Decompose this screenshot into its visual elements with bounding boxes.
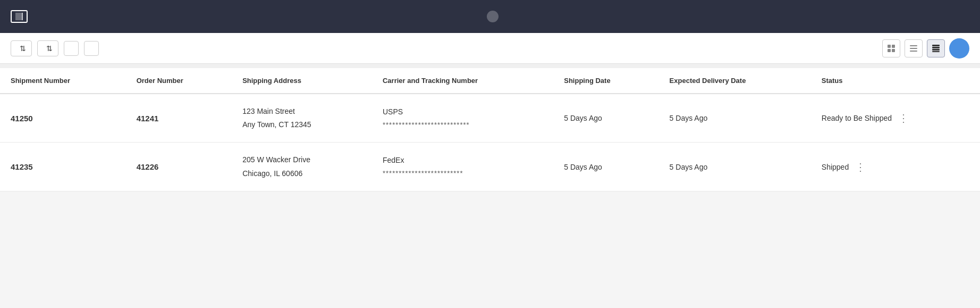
filter-select[interactable]: ⇅	[11, 40, 32, 56]
grid-view-button[interactable]	[882, 39, 900, 57]
shipments-table: Shipment Number Order Number Shipping Ad…	[0, 68, 980, 192]
carrier-tracking-cell: USPS ***************************	[372, 94, 553, 143]
shipping-date: 5 Days Ago	[564, 163, 602, 171]
more-options-button[interactable]: ⋮	[855, 161, 866, 173]
svg-rect-7	[932, 45, 940, 46]
status-wrapper: Ready to Be Shipped ⋮	[822, 112, 969, 124]
shipping-address-cell: 123 Main Street Any Town, CT 12345	[232, 94, 372, 143]
tracking-number: ***************************	[383, 119, 543, 131]
status-wrapper: Shipped ⋮	[822, 161, 969, 173]
header-title-wrapper	[481, 11, 499, 22]
table-view-button[interactable]	[927, 39, 945, 57]
col-expected-delivery: Expected Delivery Date	[659, 68, 811, 94]
address-line2: Chicago, IL 60606	[242, 167, 361, 180]
shipment-number-cell: 41250	[0, 94, 126, 143]
sort-arrow-icon: ⇅	[46, 44, 53, 53]
svg-rect-4	[910, 45, 917, 46]
sort-ascending-button[interactable]	[64, 41, 79, 56]
list-view-button[interactable]	[905, 39, 923, 57]
sidebar-toggle-button[interactable]	[11, 10, 28, 23]
sort-descending-button[interactable]	[84, 41, 99, 56]
carrier-name: FedEx	[383, 154, 543, 167]
more-options-button[interactable]: ⋮	[898, 112, 909, 124]
svg-rect-9	[932, 49, 940, 51]
table-header-row: Shipment Number Order Number Shipping Ad…	[0, 68, 980, 94]
shipping-address-cell: 205 W Wacker Drive Chicago, IL 60606	[232, 143, 372, 191]
add-shipment-button[interactable]	[949, 38, 969, 59]
svg-rect-1	[892, 45, 895, 48]
table-view-icon	[932, 44, 940, 53]
expected-delivery-cell: 5 Days Ago	[659, 143, 811, 191]
address-line1: 123 Main Street	[242, 105, 361, 118]
col-order-number: Order Number	[126, 68, 232, 94]
svg-rect-6	[910, 51, 917, 52]
svg-rect-5	[910, 48, 917, 49]
shipments-table-container: Shipment Number Order Number Shipping Ad…	[0, 68, 980, 192]
list-view-icon	[909, 44, 918, 53]
carrier-name: USPS	[383, 105, 543, 119]
shipping-date-cell: 5 Days Ago	[553, 94, 658, 143]
col-shipping-date: Shipping Date	[553, 68, 658, 94]
order-number-cell: 41241	[126, 94, 232, 143]
carrier-tracking-cell: FedEx *************************	[372, 143, 553, 191]
order-number: 41226	[137, 162, 159, 171]
table-header: Shipment Number Order Number Shipping Ad…	[0, 68, 980, 94]
header	[0, 0, 980, 33]
col-status: Status	[811, 68, 980, 94]
toolbar: ⇅ ⇅	[0, 33, 980, 64]
col-shipment-number: Shipment Number	[0, 68, 126, 94]
status-cell: Shipped ⋮	[811, 143, 980, 191]
svg-rect-0	[888, 45, 891, 48]
col-carrier-tracking: Carrier and Tracking Number	[372, 68, 553, 94]
toolbar-right	[882, 38, 969, 59]
shipping-date-cell: 5 Days Ago	[553, 143, 658, 191]
filter-arrow-icon: ⇅	[20, 44, 26, 53]
status-text: Shipped	[822, 163, 849, 171]
separator	[0, 64, 980, 68]
sort-select[interactable]: ⇅	[37, 40, 58, 56]
expected-delivery-cell: 5 Days Ago	[659, 94, 811, 143]
shipment-number: 41235	[11, 162, 33, 171]
address-line2: Any Town, CT 12345	[242, 118, 361, 131]
col-shipping-address: Shipping Address	[232, 68, 372, 94]
status-cell: Ready to Be Shipped ⋮	[811, 94, 980, 143]
svg-rect-3	[892, 49, 895, 52]
tracking-number: *************************	[383, 167, 543, 179]
order-number-cell: 41226	[126, 143, 232, 191]
shipment-number-cell: 41235	[0, 143, 126, 191]
svg-rect-8	[932, 47, 940, 48]
table-body: 41250 41241 123 Main Street Any Town, CT…	[0, 94, 980, 191]
help-icon[interactable]	[487, 11, 499, 22]
expected-delivery-date: 5 Days Ago	[670, 163, 708, 171]
status-text: Ready to Be Shipped	[822, 114, 892, 122]
svg-rect-10	[932, 51, 940, 52]
expected-delivery-date: 5 Days Ago	[670, 114, 708, 122]
sidebar-toggle-icon	[15, 13, 23, 20]
svg-rect-2	[888, 49, 891, 52]
shipping-date: 5 Days Ago	[564, 114, 602, 122]
order-number: 41241	[137, 114, 159, 123]
grid-view-icon	[887, 44, 895, 53]
table-row: 41250 41241 123 Main Street Any Town, CT…	[0, 94, 980, 143]
shipment-number: 41250	[11, 114, 33, 123]
toolbar-left: ⇅ ⇅	[11, 40, 876, 56]
address-line1: 205 W Wacker Drive	[242, 153, 361, 167]
table-row: 41235 41226 205 W Wacker Drive Chicago, …	[0, 143, 980, 191]
